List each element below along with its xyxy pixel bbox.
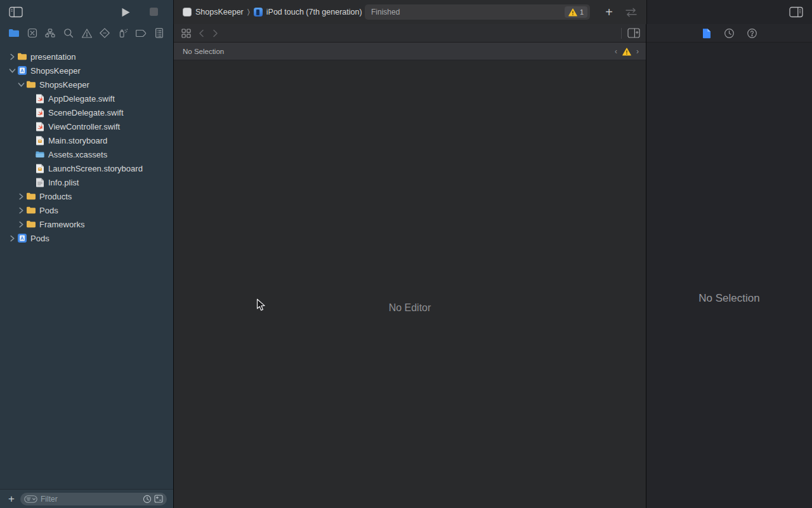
tree-item-label: Pods — [39, 206, 58, 215]
project-icon — [16, 65, 27, 76]
stop-button[interactable] — [149, 7, 159, 17]
inspector-panel: No Selection — [646, 24, 812, 508]
tree-row[interactable]: Info.plist — [0, 175, 173, 189]
recent-files-clock-icon[interactable] — [143, 495, 152, 504]
test-navigator-tab[interactable] — [98, 27, 111, 39]
tree-item-label: AppDelegate.swift — [48, 94, 115, 104]
filter-input[interactable] — [41, 495, 143, 504]
tree-item-label: Main.storyboard — [48, 136, 107, 145]
tree-row[interactable]: presentation — [0, 50, 173, 64]
navigator-panel: presentation ShopsKeeper ShopsKeeper App… — [0, 24, 173, 508]
tree-row[interactable]: ViewController.swift — [0, 119, 173, 133]
tree-row[interactable]: AppDelegate.swift — [0, 91, 173, 105]
inspector-toggle-icon[interactable] — [789, 6, 804, 18]
find-navigator-tab[interactable] — [62, 27, 75, 39]
toolbar-left-zone — [0, 0, 173, 24]
tabbar-divider — [621, 28, 622, 39]
warning-count: 1 — [580, 8, 584, 16]
swift-icon — [34, 107, 45, 117]
project-icon — [16, 233, 27, 243]
add-file-button[interactable]: + — [6, 494, 16, 504]
warning-badge[interactable]: 1 — [565, 6, 587, 18]
scheme-selector[interactable]: ShopsKeeper 〉 iPod touch (7th generation… — [183, 0, 362, 24]
editor-area: No Selection ‹ › No Editor — [173, 24, 646, 508]
mouse-cursor — [256, 298, 266, 312]
tree-row[interactable]: Assets.xcassets — [0, 147, 173, 161]
tree-row[interactable]: Pods — [0, 203, 173, 217]
disclosure-triangle[interactable] — [8, 66, 16, 75]
disclosure-triangle — [25, 150, 34, 159]
jump-bar[interactable]: No Selection ‹ › — [174, 43, 646, 60]
tree-item-label: Products — [39, 192, 72, 201]
scheme-device-label[interactable]: iPod touch (7th generation) — [266, 8, 362, 17]
add-editor-icon[interactable] — [627, 27, 641, 39]
filter-field[interactable] — [20, 493, 167, 505]
disclosure-triangle[interactable] — [8, 52, 16, 61]
related-items-icon[interactable] — [180, 27, 192, 39]
tree-row[interactable]: LaunchScreen.storyboard — [0, 161, 173, 175]
symbol-navigator-tab[interactable] — [44, 27, 56, 39]
navigator-filter-bar: + — [0, 489, 173, 508]
swift-icon — [34, 121, 45, 131]
file-inspector-tab[interactable] — [700, 27, 713, 39]
tree-item-label: LaunchScreen.storyboard — [48, 164, 143, 173]
project-file-tree: presentation ShopsKeeper ShopsKeeper App… — [0, 50, 173, 245]
tree-item-label: SceneDelegate.swift — [48, 108, 124, 117]
tree-row[interactable]: SceneDelegate.swift — [0, 105, 173, 119]
source-control-status-icon[interactable] — [154, 495, 163, 503]
tree-item-label: Info.plist — [48, 178, 79, 187]
history-inspector-tab[interactable] — [723, 27, 736, 39]
previous-issue-chevron[interactable]: ‹ — [613, 47, 619, 56]
tree-row[interactable]: Pods — [0, 231, 173, 245]
tree-item-label: ShopsKeeper — [39, 80, 89, 90]
disclosure-triangle[interactable] — [16, 192, 25, 201]
plist-icon — [34, 177, 45, 187]
report-navigator-tab[interactable] — [153, 27, 166, 39]
tree-item-label: ShopsKeeper — [30, 66, 81, 76]
tree-row[interactable]: Main.storyboard — [0, 133, 173, 147]
editor-swap-icon[interactable] — [623, 7, 639, 17]
swift-icon — [34, 93, 45, 104]
run-button[interactable] — [119, 6, 132, 18]
tree-row[interactable]: Frameworks — [0, 217, 173, 231]
toolbar-right-zone — [646, 0, 812, 24]
folder-icon — [16, 51, 27, 62]
tree-item-label: Pods — [30, 234, 49, 243]
tree-row[interactable]: Products — [0, 189, 173, 203]
disclosure-triangle — [25, 136, 34, 145]
quick-help-inspector-tab[interactable] — [746, 27, 759, 39]
app-icon — [183, 8, 192, 17]
next-issue-chevron[interactable]: › — [634, 47, 641, 56]
build-status-text: Finished — [365, 8, 565, 17]
disclosure-triangle[interactable] — [16, 80, 25, 89]
jump-bar-warning-icon[interactable] — [622, 48, 631, 56]
disclosure-triangle[interactable] — [8, 234, 16, 243]
back-chevron-icon[interactable] — [195, 27, 207, 39]
forward-chevron-icon[interactable] — [209, 27, 221, 39]
tree-row[interactable]: ShopsKeeper — [0, 64, 173, 77]
folder-icon — [25, 219, 36, 229]
device-icon — [254, 8, 263, 17]
warning-icon — [568, 8, 577, 17]
disclosure-triangle[interactable] — [16, 206, 25, 215]
library-plus-button[interactable]: + — [603, 6, 615, 18]
source-control-navigator-tab[interactable] — [26, 27, 39, 39]
navigator-toggle-icon[interactable] — [8, 6, 23, 18]
folder-icon — [25, 79, 36, 90]
tree-item-label: ViewController.swift — [48, 122, 120, 131]
disclosure-triangle — [25, 122, 34, 131]
tree-item-label: presentation — [30, 52, 76, 62]
tree-item-label: Frameworks — [39, 220, 85, 229]
issue-navigator-tab[interactable] — [81, 27, 93, 39]
debug-navigator-tab[interactable] — [117, 27, 129, 39]
project-navigator-tab[interactable] — [8, 27, 20, 39]
disclosure-triangle[interactable] — [16, 220, 25, 229]
tree-row[interactable]: ShopsKeeper — [0, 77, 173, 91]
folder-icon — [25, 191, 36, 201]
scheme-project-label[interactable]: ShopsKeeper — [195, 8, 244, 17]
tree-item-label: Assets.xcassets — [48, 150, 107, 159]
issue-stepper: ‹ › — [613, 43, 641, 60]
breakpoint-navigator-tab[interactable] — [134, 27, 147, 39]
no-editor-placeholder: No Editor — [174, 302, 646, 314]
activity-view: Finished 1 — [365, 4, 590, 20]
